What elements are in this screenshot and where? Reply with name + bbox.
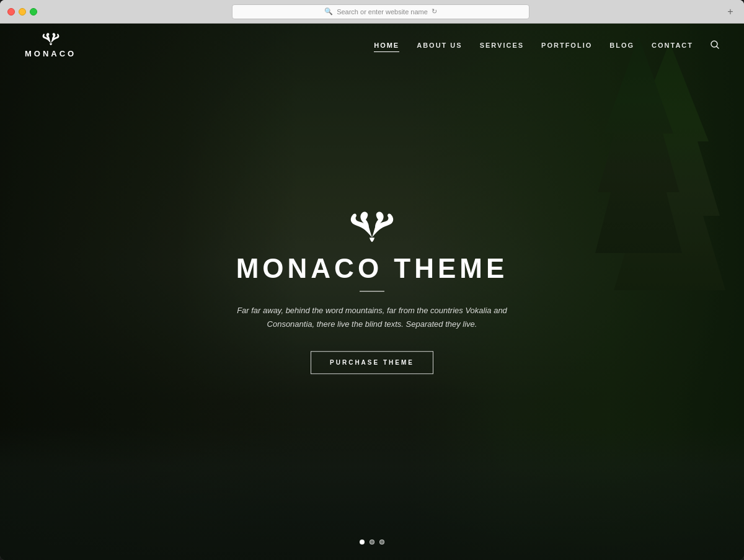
slide-dot-1[interactable] [360,540,365,544]
nav-item-about[interactable]: ABOUT US [417,39,462,51]
hero-content: MONACO THEME Far far away, behind the wo… [217,210,527,375]
reload-icon[interactable]: ↻ [432,7,437,16]
hero-divider [360,291,384,291]
address-input[interactable]: 🔍 Search or enter website name ↻ [232,4,529,19]
nav-menu: HOME ABOUT US SERVICES PORTFOLIO BLOG CO… [374,39,719,52]
maximize-button[interactable] [30,8,37,16]
nav-item-portfolio[interactable]: PORTFOLIO [541,39,592,51]
purchase-theme-button[interactable]: PURCHASE THEME [311,351,433,374]
traffic-lights [7,8,37,16]
nav-item-contact[interactable]: CONTACT [652,39,693,51]
nav-item-home[interactable]: HOME [374,39,399,52]
address-bar-area: 🔍 Search or enter website name ↻ [79,4,682,19]
minimize-button[interactable] [19,8,26,16]
browser-titlebar: 🔍 Search or enter website name ↻ + [0,0,744,24]
logo-antler-icon [41,32,61,48]
website-content: MONACO HOME ABOUT US SERVICES PORTFOLIO … [0,24,744,560]
logo-text: MONACO [25,49,76,58]
nav-search-icon[interactable] [711,40,719,51]
hero-subtitle: Far far away, behind the word mountains,… [217,304,527,331]
close-button[interactable] [7,8,15,16]
new-tab-button[interactable]: + [724,6,737,18]
hero-title: MONACO THEME [217,254,527,283]
hero-antler-icon [347,210,397,249]
svg-line-1 [717,47,719,48]
nav-item-services[interactable]: SERVICES [480,39,524,51]
site-logo[interactable]: MONACO [25,32,76,58]
slide-dot-3[interactable] [379,540,384,544]
slide-dot-2[interactable] [370,540,374,544]
navigation: MONACO HOME ABOUT US SERVICES PORTFOLIO … [0,24,744,67]
slider-dots [360,540,384,544]
nav-item-blog[interactable]: BLOG [609,39,634,51]
browser-window: 🔍 Search or enter website name ↻ + [0,0,744,560]
address-text: Search or enter website name [337,8,428,16]
search-icon: 🔍 [324,7,333,16]
